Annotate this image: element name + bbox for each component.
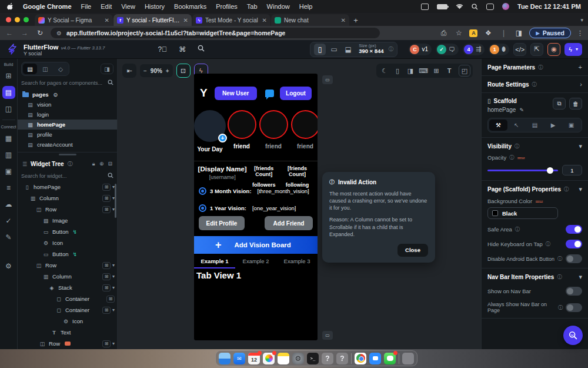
- tab-flutterflow[interactable]: f Y social - FlutterFlow ✕: [113, 14, 192, 26]
- zoom-in-button[interactable]: +: [166, 68, 169, 74]
- add-widget-button[interactable]: ⊞: [102, 195, 111, 202]
- popup-close-button[interactable]: Close: [397, 244, 428, 257]
- story-friend[interactable]: friend: [289, 110, 318, 152]
- info-icon[interactable]: ⓘ: [564, 186, 569, 193]
- menu-profiles[interactable]: Profiles: [216, 3, 238, 10]
- tab-close-icon[interactable]: ✕: [105, 17, 109, 24]
- add-widget-button[interactable]: ⊞: [106, 296, 115, 303]
- menu-help[interactable]: Help: [299, 3, 313, 10]
- add-widget-button[interactable]: ⊞: [102, 184, 111, 191]
- tab-animations[interactable]: ▤: [526, 120, 544, 131]
- save-to-device-icon[interactable]: ⎙: [439, 29, 448, 37]
- tree-row-icon[interactable]: ⚙ Icon: [18, 316, 117, 327]
- phone-preview[interactable]: Y New User Logout + Your Day friend: [194, 74, 318, 340]
- tree-row-homepage[interactable]: ▯ homePage ⊞▾: [18, 181, 117, 193]
- chat-bubble-icon[interactable]: [265, 89, 274, 97]
- tab-close-icon[interactable]: ✕: [341, 17, 346, 24]
- actions-badge[interactable]: 4 ⇶: [463, 44, 485, 55]
- side-panel-icon[interactable]: ◨: [514, 29, 523, 37]
- forward-button[interactable]: →: [20, 29, 29, 37]
- info-icon[interactable]: ⓘ: [557, 274, 562, 280]
- grid-icon[interactable]: ⊞: [430, 65, 442, 77]
- chevron-icon[interactable]: ▾: [112, 263, 115, 268]
- nav-widget-tree-icon[interactable]: ▤: [2, 86, 15, 99]
- add-vision-board-button[interactable]: + Add Vision Board: [194, 236, 318, 254]
- tab-figma[interactable]: Y Social – Figma ✕: [35, 14, 113, 26]
- mini-tab-theme[interactable]: ◇: [54, 64, 68, 74]
- add-widget-button[interactable]: ⊞: [102, 206, 111, 213]
- dock-photos-icon[interactable]: [263, 353, 275, 364]
- device-phone-button[interactable]: ▯: [314, 44, 326, 55]
- apple-menu-icon[interactable]: [7, 3, 14, 11]
- info-icon[interactable]: ⓘ: [538, 64, 543, 71]
- set-from-variable-icon[interactable]: ⚌⚍: [517, 155, 524, 160]
- expand-all-icon[interactable]: ⊕: [99, 161, 104, 167]
- tree-row-container[interactable]: ◻ Container ⊞: [18, 293, 117, 304]
- dock-chrome-icon[interactable]: [355, 353, 366, 364]
- chevron-down-icon[interactable]: ▾: [579, 273, 582, 281]
- info-icon[interactable]: ⓘ: [68, 160, 73, 168]
- version-badge[interactable]: C v1: [409, 44, 432, 55]
- always-show-navbar-toggle[interactable]: [566, 303, 582, 312]
- tree-row-text[interactable]: T Text: [18, 327, 117, 338]
- set-from-variable-icon[interactable]: ⚌⚍: [535, 198, 542, 204]
- dock-terminal-icon[interactable]: >_: [307, 353, 319, 364]
- device-notch-icon[interactable]: ◨: [405, 65, 416, 77]
- slider-thumb[interactable]: [547, 167, 553, 174]
- collapse-all-icon[interactable]: ⊟: [108, 161, 112, 167]
- size-info-icon[interactable]: ⓘ: [389, 46, 393, 52]
- add-widget-button[interactable]: ⊞: [102, 284, 111, 291]
- flutterflow-logo[interactable]: [6, 43, 19, 56]
- view-code-button[interactable]: </>: [513, 43, 526, 56]
- tab-close-icon[interactable]: ✕: [262, 17, 267, 24]
- dock-finder-icon[interactable]: [219, 353, 230, 364]
- add-widget-button[interactable]: ⊞: [102, 340, 111, 347]
- dock-messages-icon[interactable]: [384, 353, 396, 364]
- page-item-homepage[interactable]: ▤ homePage: [18, 120, 117, 130]
- opacity-value[interactable]: 1: [562, 165, 582, 175]
- page-item-createaccount[interactable]: ▤ createAccount: [18, 140, 117, 150]
- header-search-icon[interactable]: [194, 45, 208, 54]
- page-item-profile[interactable]: ▤ profile: [18, 130, 117, 140]
- dock-notes-icon[interactable]: [278, 353, 289, 364]
- tab-actions[interactable]: ↖: [507, 120, 526, 131]
- rename-pencil-icon[interactable]: ✎: [519, 107, 524, 113]
- global-search-fab[interactable]: [563, 326, 583, 345]
- nav-data-types-icon[interactable]: ▥: [2, 148, 15, 161]
- frame-settings-icon[interactable]: ◰: [459, 65, 470, 77]
- extensions-puzzle-icon[interactable]: ❖: [483, 29, 493, 37]
- info-icon[interactable]: ⓘ: [557, 256, 562, 262]
- menu-view[interactable]: View: [121, 3, 135, 10]
- dock-zoom-icon[interactable]: [369, 353, 381, 364]
- chevron-down-icon[interactable]: ▾: [579, 185, 582, 193]
- info-icon[interactable]: ⓘ: [514, 143, 519, 150]
- hide-keyboard-toggle[interactable]: [566, 240, 582, 248]
- run-button[interactable]: ϟ ▾: [564, 43, 582, 56]
- nav-settings-gear-icon[interactable]: ⚙: [2, 260, 15, 273]
- bookmark-star-icon[interactable]: ☆: [454, 29, 463, 37]
- device-frame-icon[interactable]: ▯: [392, 65, 403, 77]
- tab-test-mode[interactable]: ϟ Test Mode - Y social ✕: [192, 14, 270, 26]
- disable-back-toggle[interactable]: [566, 254, 582, 263]
- nav-database-icon[interactable]: ▦: [2, 132, 15, 145]
- issues-badge[interactable]: 1 ⬮: [489, 44, 509, 55]
- preview-eye-button[interactable]: ◉: [547, 43, 560, 56]
- info-icon[interactable]: ⓘ: [558, 304, 563, 311]
- menu-tab[interactable]: Tab: [247, 3, 258, 10]
- tab-search-chevron-icon[interactable]: ▾: [580, 14, 583, 26]
- page-parameters-row[interactable]: Page Parameters ⓘ +: [482, 59, 588, 76]
- reload-button[interactable]: ↻: [35, 29, 45, 37]
- scrollbar-thumb[interactable]: [115, 184, 116, 218]
- tab-new-chat[interactable]: New chat ✕: [271, 14, 349, 26]
- chevron-icon[interactable]: ▾: [112, 285, 115, 290]
- dock-calendar-icon[interactable]: 12: [248, 353, 260, 364]
- info-icon[interactable]: ⓘ: [509, 154, 514, 161]
- dock-settings-icon[interactable]: ⚙: [292, 353, 304, 364]
- menu-window[interactable]: Window: [267, 3, 290, 10]
- close-window-button[interactable]: [6, 17, 11, 22]
- safe-area-toggle[interactable]: [566, 225, 582, 234]
- tab-properties-tools[interactable]: ⚒: [489, 120, 507, 131]
- collapse-sidebar-icon[interactable]: ⇤: [122, 64, 136, 78]
- add-story-plus-icon[interactable]: +: [218, 134, 227, 142]
- dock-mail-icon[interactable]: ✉: [233, 353, 245, 364]
